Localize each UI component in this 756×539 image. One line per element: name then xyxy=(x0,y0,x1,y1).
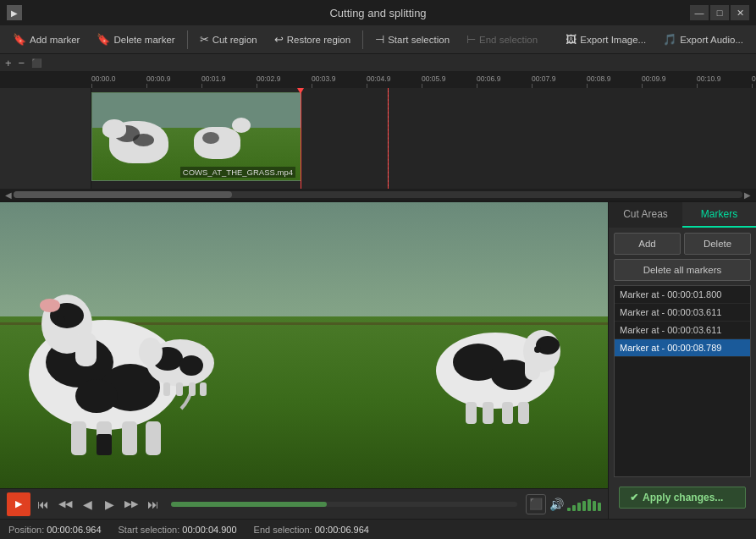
ruler-mark-5: 00:04.9 xyxy=(367,75,422,89)
volume-bars[interactable] xyxy=(567,498,601,511)
next-end-button[interactable]: ⏭ xyxy=(144,495,163,514)
vol-bar-7 xyxy=(598,503,601,511)
svg-point-3 xyxy=(75,379,118,413)
start-selection-status: Start selection: 00:00:04.900 xyxy=(119,525,237,535)
markers-list[interactable]: Marker at - 00:00:01.800 Marker at - 00:… xyxy=(614,285,751,477)
panel-body: Add Delete Delete all markers Marker at … xyxy=(609,228,756,519)
export-image-icon: 🖼 xyxy=(566,33,577,46)
volume-icon: 🔊 xyxy=(549,498,564,511)
delete-all-markers-button[interactable]: Delete all markers xyxy=(614,259,751,281)
track-label-video xyxy=(0,88,91,189)
marker-item-1[interactable]: Marker at - 00:00:03.611 xyxy=(615,304,750,322)
svg-rect-32 xyxy=(200,382,207,396)
ruler-mark-8: 00:07.9 xyxy=(532,75,587,89)
export-image-button[interactable]: 🖼 Export Image... xyxy=(558,29,654,51)
tab-cut-areas[interactable]: Cut Areas xyxy=(609,202,682,228)
restore-icon: ↩ xyxy=(274,33,284,46)
zoom-out-button[interactable]: − xyxy=(17,57,27,69)
minimize-button[interactable]: — xyxy=(690,5,709,20)
video-track[interactable]: COWS_AT_THE_GRASS.mp4 xyxy=(91,88,756,189)
close-button[interactable]: ✕ xyxy=(731,5,749,20)
prev-frame-button[interactable]: ◀◀ xyxy=(56,495,74,514)
tab-markers[interactable]: Markers xyxy=(682,202,756,228)
svg-point-13 xyxy=(57,316,65,324)
vol-bar-4 xyxy=(582,501,586,511)
svg-rect-30 xyxy=(176,382,183,396)
prev-slow-button[interactable]: ◀ xyxy=(78,495,97,514)
svg-rect-22 xyxy=(502,402,513,424)
scroll-left-button[interactable]: ◀ xyxy=(3,190,14,200)
toolbar-separator-2 xyxy=(362,30,363,49)
scrollbar-track[interactable] xyxy=(14,191,742,198)
next-frame-button[interactable]: ▶▶ xyxy=(122,495,141,514)
scroll-right-button[interactable]: ▶ xyxy=(742,190,753,200)
snapshot-button[interactable]: ⬛ xyxy=(526,494,546,514)
scrollbar-thumb[interactable] xyxy=(14,191,232,198)
export-audio-icon: 🎵 xyxy=(663,33,676,46)
svg-point-24 xyxy=(534,346,541,353)
vol-bar-5 xyxy=(588,499,591,511)
zoom-in-button[interactable]: + xyxy=(3,57,14,69)
svg-rect-20 xyxy=(466,402,477,424)
progress-bar[interactable] xyxy=(171,502,517,507)
ruler-mark-6: 00:05.9 xyxy=(422,75,477,89)
position-label: Position: 00:00:06.964 xyxy=(8,525,102,535)
timeline-tracks: COWS_AT_THE_GRASS.mp4 xyxy=(0,88,756,189)
cut-icon: ✂ xyxy=(200,33,209,46)
end-selection-button[interactable]: ⊢ End selection xyxy=(459,29,545,51)
ruler-mark-4: 00:03.9 xyxy=(312,75,367,89)
track-content[interactable]: COWS_AT_THE_GRASS.mp4 xyxy=(91,88,756,189)
next-slow-button[interactable]: ▶ xyxy=(100,495,119,514)
snapshot-icon: ⬛ xyxy=(529,498,543,510)
add-marker-panel-button[interactable]: Add xyxy=(614,233,681,255)
second-cow-svg xyxy=(419,290,571,426)
clip-label: COWS_AT_THE_GRASS.mp4 xyxy=(180,167,295,178)
ruler-mark-0: 00:00.0 xyxy=(91,75,146,89)
ruler-mark-11: 00:10.9 xyxy=(697,75,752,89)
marker-item-2[interactable]: Marker at - 00:00:03.611 xyxy=(615,322,750,339)
ruler-mark-3: 00:02.9 xyxy=(257,75,312,89)
add-marker-icon: 🔖 xyxy=(13,33,26,46)
marker-action-buttons: Add Delete xyxy=(614,233,751,255)
start-selection-button[interactable]: ⊣ Start selection xyxy=(367,29,457,51)
ruler-mark-9: 00:08.9 xyxy=(587,75,642,89)
export-audio-button[interactable]: 🎵 Export Audio... xyxy=(655,29,751,51)
ruler-mark-2: 00:01.9 xyxy=(201,75,257,89)
apply-changes-button[interactable]: ✔ Apply changes... xyxy=(619,487,746,509)
maximize-button[interactable]: □ xyxy=(710,5,729,20)
delete-marker-button[interactable]: 🔖 Delete marker xyxy=(89,29,182,51)
video-preview: ▶ ⏮ ◀◀ ◀ ▶ ▶▶ ⏭ ⬛ 🔊 xyxy=(0,202,608,519)
ruler-mark-12: 00:11.9 xyxy=(752,75,756,89)
svg-rect-21 xyxy=(483,402,494,424)
third-cow-svg xyxy=(134,316,227,397)
cut-region-button[interactable]: ✂ Cut region xyxy=(192,29,265,51)
vol-bar-6 xyxy=(593,501,596,511)
ruler-mark-1: 00:00.9 xyxy=(146,75,201,89)
svg-rect-7 xyxy=(71,421,86,455)
svg-point-27 xyxy=(179,355,203,376)
vol-bar-1 xyxy=(567,508,571,511)
right-panel: Cut Areas Markers Add Delete Delete all … xyxy=(608,202,756,519)
title-bar: ▶ Cutting and splitting — □ ✕ xyxy=(0,0,756,25)
title-bar-controls: — □ ✕ xyxy=(690,5,749,20)
play-button[interactable]: ▶ xyxy=(7,492,30,516)
toolbar-separator-1 xyxy=(187,30,188,49)
fit-button[interactable]: ⬛ xyxy=(30,58,43,68)
add-marker-button[interactable]: 🔖 Add marker xyxy=(5,29,87,51)
restore-region-button[interactable]: ↩ Restore region xyxy=(267,29,358,51)
check-icon: ✔ xyxy=(630,492,638,503)
delete-marker-icon: 🔖 xyxy=(97,33,110,46)
window-title: Cutting and splitting xyxy=(329,7,426,19)
marker-item-3[interactable]: Marker at - 00:00:08.789 xyxy=(615,339,750,357)
status-bar: Position: 00:00:06.964 Start selection: … xyxy=(0,519,756,539)
delete-marker-panel-button[interactable]: Delete xyxy=(684,233,751,255)
video-clip[interactable]: COWS_AT_THE_GRASS.mp4 xyxy=(91,92,301,181)
marker-item-0[interactable]: Marker at - 00:00:01.800 xyxy=(615,286,750,304)
timeline-controls-row: + − ⬛ xyxy=(0,54,756,71)
timeline-scrollbar: ◀ ▶ xyxy=(0,189,756,201)
prev-start-button[interactable]: ⏮ xyxy=(34,495,52,514)
svg-rect-10 xyxy=(146,421,161,455)
player-controls: ▶ ⏮ ◀◀ ◀ ▶ ▶▶ ⏭ ⬛ 🔊 xyxy=(0,488,608,519)
ruler-mark-7: 00:06.9 xyxy=(477,75,532,89)
start-selection-icon: ⊣ xyxy=(375,33,384,46)
